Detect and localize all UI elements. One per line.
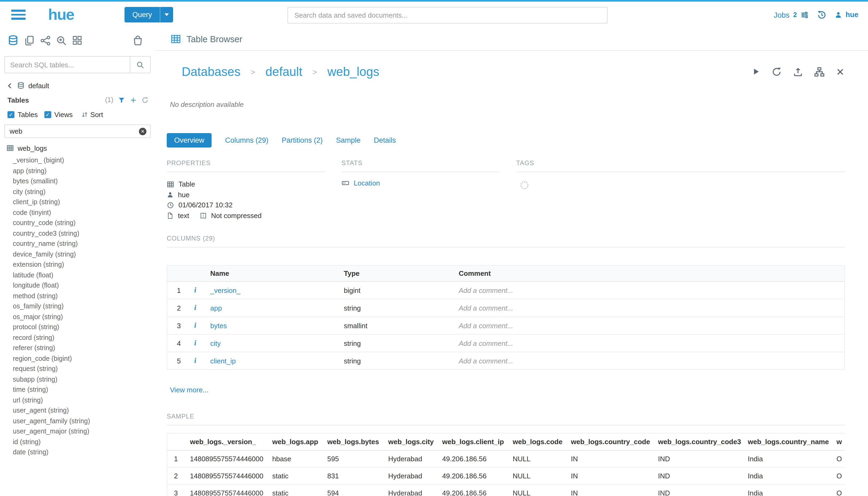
breadcrumb-database[interactable]: default bbox=[265, 64, 302, 79]
sidebar-column-item[interactable]: device_family (string) bbox=[0, 249, 155, 260]
column-comment[interactable]: Add a comment... bbox=[455, 281, 844, 299]
sidebar-column-item[interactable]: _version_ (bigint) bbox=[0, 156, 155, 166]
zoom-icon[interactable] bbox=[56, 35, 67, 46]
sidebar-column-item[interactable]: method (string) bbox=[0, 291, 155, 301]
sidebar-column-item[interactable]: app (string) bbox=[0, 166, 155, 176]
column-name-link[interactable]: bytes bbox=[210, 322, 227, 329]
sidebar-column-item[interactable]: country_code (string) bbox=[0, 218, 155, 229]
info-icon[interactable]: i bbox=[194, 356, 196, 365]
tables-checkbox[interactable]: ✓ bbox=[7, 111, 14, 118]
view-more-link[interactable]: View more... bbox=[170, 386, 208, 394]
sidebar-column-item[interactable]: protocol (string) bbox=[0, 322, 155, 333]
bag-icon[interactable] bbox=[132, 35, 143, 46]
history-icon[interactable] bbox=[817, 10, 827, 19]
refresh-icon[interactable] bbox=[771, 66, 782, 77]
chevron-left-icon[interactable] bbox=[6, 82, 13, 89]
sidebar-column-item[interactable]: country_name (string) bbox=[0, 239, 155, 249]
clusters-icon[interactable] bbox=[40, 35, 51, 46]
tables-db-icon[interactable] bbox=[7, 35, 19, 46]
sidebar-column-item[interactable]: city (string) bbox=[0, 187, 155, 197]
documents-icon[interactable] bbox=[24, 35, 35, 46]
sidebar-column-item[interactable]: user_agent_family (string) bbox=[0, 416, 155, 427]
sitemap-icon[interactable] bbox=[814, 66, 824, 77]
refresh-icon[interactable] bbox=[142, 96, 148, 104]
sidebar-column-item[interactable]: region_code (bigint) bbox=[0, 354, 155, 364]
column-type: string bbox=[340, 299, 455, 317]
breadcrumb-table[interactable]: web_logs bbox=[327, 64, 379, 79]
app-header: Table Browser bbox=[155, 28, 868, 51]
filter-icon[interactable] bbox=[118, 96, 125, 104]
sample-table-container: web_logs._version_web_logs.appweb_logs.b… bbox=[167, 433, 845, 496]
sidebar-column-item[interactable]: extension (string) bbox=[0, 260, 155, 270]
apps-icon[interactable] bbox=[72, 35, 82, 45]
query-button[interactable]: Query bbox=[124, 7, 160, 22]
property-owner: hue bbox=[167, 189, 325, 200]
tab-overview[interactable]: Overview bbox=[167, 133, 212, 147]
hue-logo[interactable]: hue bbox=[48, 6, 74, 24]
global-search-input[interactable] bbox=[287, 7, 607, 24]
sidebar-column-item[interactable]: time (string) bbox=[0, 385, 155, 395]
search-icon[interactable] bbox=[130, 57, 150, 73]
tables-section-header: Tables (1) bbox=[0, 95, 155, 105]
sidebar-column-item[interactable]: country_code3 (string) bbox=[0, 229, 155, 239]
column-name-link[interactable]: app bbox=[210, 304, 222, 312]
column-comment[interactable]: Add a comment... bbox=[455, 352, 844, 370]
plus-icon[interactable] bbox=[130, 96, 137, 104]
compressed-icon bbox=[200, 212, 207, 219]
info-icon[interactable]: i bbox=[194, 339, 196, 347]
breadcrumb-databases[interactable]: Databases bbox=[182, 64, 240, 79]
tab-columns-29[interactable]: Columns (29) bbox=[225, 133, 268, 147]
sort-control[interactable]: Sort bbox=[81, 110, 103, 119]
tab-sample[interactable]: Sample bbox=[336, 133, 361, 147]
column-comment[interactable]: Add a comment... bbox=[455, 317, 844, 334]
table-description[interactable]: No description available bbox=[170, 100, 845, 108]
query-dropdown-button[interactable] bbox=[160, 7, 173, 22]
user-menu[interactable]: hue bbox=[835, 11, 858, 19]
sidebar-column-item[interactable]: id (string) bbox=[0, 437, 155, 447]
tabs: OverviewColumns (29)Partitions (2)Sample… bbox=[167, 133, 845, 148]
info-icon[interactable]: i bbox=[194, 304, 196, 312]
clear-icon[interactable]: ✕ bbox=[139, 127, 146, 135]
sidebar-column-item[interactable]: os_family (string) bbox=[0, 301, 155, 312]
sidebar-column-item[interactable]: url (string) bbox=[0, 395, 155, 406]
column-name-link[interactable]: city bbox=[210, 339, 221, 347]
close-icon[interactable] bbox=[835, 67, 845, 76]
sample-cell: Hyderabad bbox=[383, 484, 437, 496]
sidebar-table-web-logs[interactable]: web_logs bbox=[0, 143, 155, 153]
play-icon[interactable] bbox=[752, 67, 760, 76]
tab-details[interactable]: Details bbox=[374, 133, 396, 147]
location-link[interactable]: Location bbox=[354, 179, 380, 187]
sidebar-column-item[interactable]: client_ip (string) bbox=[0, 197, 155, 208]
column-name-link[interactable]: client_ip bbox=[210, 357, 236, 365]
upload-icon[interactable] bbox=[793, 66, 803, 77]
column-name-link[interactable]: _version_ bbox=[210, 286, 240, 294]
sidebar-column-item[interactable]: latitude (float) bbox=[0, 270, 155, 281]
hamburger-menu-icon[interactable] bbox=[11, 8, 26, 22]
sidebar-column-item[interactable]: bytes (smallint) bbox=[0, 176, 155, 187]
sidebar-column-item[interactable]: record (string) bbox=[0, 333, 155, 343]
property-format: text Not compressed bbox=[167, 210, 325, 221]
info-icon[interactable]: i bbox=[194, 286, 196, 294]
table-filter-input[interactable] bbox=[5, 127, 139, 135]
current-database-label[interactable]: default bbox=[28, 81, 49, 90]
column-comment[interactable]: Add a comment... bbox=[455, 334, 844, 352]
sidebar-column-item[interactable]: code (tinyint) bbox=[0, 208, 155, 218]
sidebar-column-item[interactable]: date (string) bbox=[0, 447, 155, 458]
info-icon[interactable]: i bbox=[194, 321, 196, 329]
tab-partitions-2[interactable]: Partitions (2) bbox=[282, 133, 323, 147]
table-browser-icon bbox=[171, 34, 181, 44]
sidebar-column-item[interactable]: longitude (float) bbox=[0, 281, 155, 291]
sidebar-column-item[interactable]: subapp (string) bbox=[0, 374, 155, 385]
sidebar-column-item[interactable]: user_agent_major (string) bbox=[0, 427, 155, 437]
sidebar-column-item[interactable]: user_agent (string) bbox=[0, 406, 155, 416]
column-comment[interactable]: Add a comment... bbox=[455, 299, 844, 317]
sidebar-column-item[interactable]: referer (string) bbox=[0, 343, 155, 354]
sample-column-header: w bbox=[831, 433, 845, 450]
sidebar-column-item[interactable]: request (string) bbox=[0, 364, 155, 374]
sidebar-column-item[interactable]: os_major (string) bbox=[0, 312, 155, 322]
views-checkbox-group[interactable]: ✓ Views bbox=[44, 110, 73, 119]
tables-checkbox-group[interactable]: ✓ Tables bbox=[7, 110, 38, 119]
sql-tables-search-input[interactable] bbox=[5, 57, 130, 73]
jobs-link[interactable]: Jobs 2 bbox=[774, 11, 809, 19]
views-checkbox[interactable]: ✓ bbox=[44, 111, 51, 118]
